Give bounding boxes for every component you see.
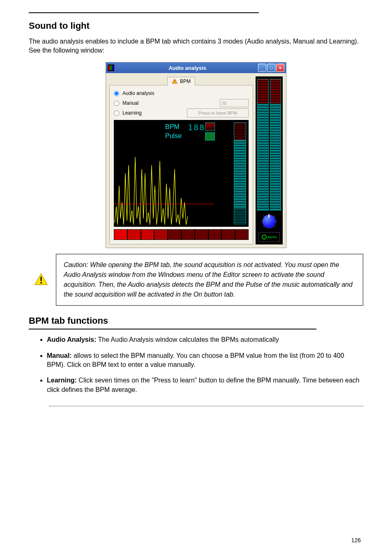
function-list: Audio Analysis: The Audio Analysis windo… bbox=[29, 335, 363, 394]
radio-manual-label: Manual bbox=[122, 100, 138, 106]
pulse-label: Pulse bbox=[165, 132, 182, 140]
pulse-history-bar bbox=[114, 229, 249, 240]
radio-learning-label: Learning bbox=[122, 110, 142, 116]
list-item: Manual: allows to select the BPM manuall… bbox=[47, 351, 363, 370]
manual-bpm-select[interactable] bbox=[220, 99, 249, 107]
svg-point-10 bbox=[40, 282, 42, 284]
list-item: Learning: Click seven times on the "Pres… bbox=[47, 376, 363, 394]
power-icon bbox=[262, 235, 267, 240]
auto-button-label: AUTO bbox=[267, 235, 277, 239]
close-button[interactable]: × bbox=[276, 64, 284, 72]
threshold-line[interactable] bbox=[114, 204, 214, 204]
window-titlebar[interactable]: Audio analysis _ □ × bbox=[106, 62, 286, 73]
caution-note: Caution: While opening the BPM tab, the … bbox=[56, 254, 363, 306]
radio-audio-analysis[interactable] bbox=[114, 91, 119, 96]
level-meter-right bbox=[270, 79, 281, 211]
svg-rect-9 bbox=[41, 277, 42, 281]
warning-icon bbox=[34, 272, 48, 287]
audio-analysis-window: Audio analysis _ □ × BPM bbox=[106, 62, 286, 248]
waveform-display: BPM 188 Pulse bbox=[114, 120, 249, 227]
bpm-readout: 188 bbox=[188, 122, 205, 132]
minimize-button[interactable]: _ bbox=[258, 64, 266, 72]
gain-knob[interactable] bbox=[261, 213, 277, 230]
page-number: 126 bbox=[351, 537, 361, 543]
auto-button[interactable]: AUTO bbox=[258, 232, 280, 242]
maximize-button[interactable]: □ bbox=[267, 64, 275, 72]
svg-rect-1 bbox=[174, 83, 175, 83]
svg-rect-0 bbox=[174, 81, 175, 82]
waveform-graph bbox=[114, 149, 214, 227]
tab-panel: Audio analysis Manual Learning bbox=[109, 85, 253, 244]
bpm-led bbox=[205, 122, 215, 131]
inner-level-meter bbox=[234, 122, 246, 224]
list-item: Audio Analysis: The Audio Analysis windo… bbox=[47, 335, 363, 344]
radio-audio-label: Audio analysis bbox=[122, 90, 154, 96]
pulse-led bbox=[205, 132, 215, 140]
subsection-heading: BPM tab functions bbox=[29, 315, 363, 326]
svg-line-8 bbox=[274, 226, 275, 227]
radio-learning[interactable] bbox=[114, 111, 119, 116]
section-title: Sound to light bbox=[29, 21, 363, 31]
bpm-label: BPM bbox=[165, 123, 180, 131]
tab-bpm[interactable]: BPM bbox=[167, 77, 195, 85]
intro-paragraph: The audio analysis enables to include a … bbox=[29, 37, 363, 55]
warning-icon bbox=[172, 78, 178, 84]
level-meter-left bbox=[257, 79, 269, 211]
meters-panel: AUTO bbox=[256, 76, 283, 244]
app-icon bbox=[108, 64, 114, 71]
radio-manual[interactable] bbox=[114, 101, 119, 106]
window-title: Audio analysis bbox=[117, 65, 258, 71]
learn-bpm-button[interactable]: Press to learn BPM bbox=[187, 108, 249, 117]
tab-label: BPM bbox=[180, 78, 191, 84]
